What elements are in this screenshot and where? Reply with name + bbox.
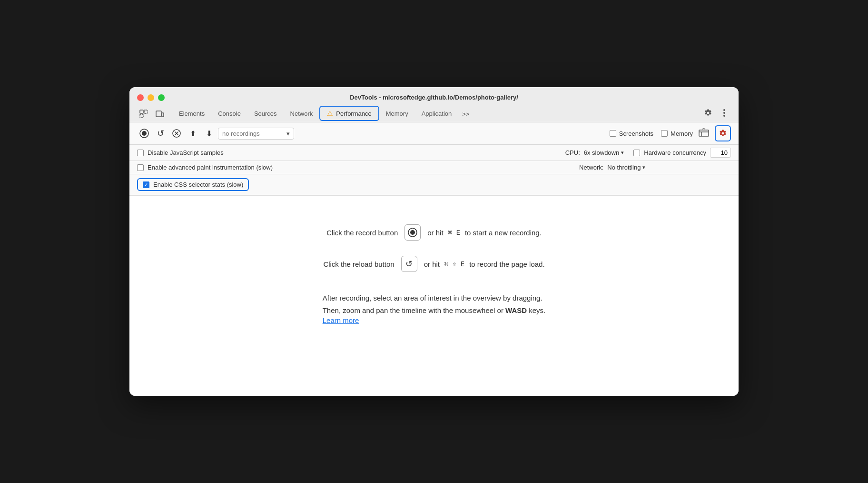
svg-point-6 [723, 112, 725, 114]
svg-rect-4 [162, 113, 164, 117]
hardware-concurrency-checkbox[interactable] [633, 150, 640, 156]
memory-checkbox-label[interactable]: Memory [661, 130, 693, 137]
devtools-settings-button[interactable] [701, 106, 715, 120]
tab-console[interactable]: Console [211, 106, 247, 122]
devtools-more-button[interactable] [718, 106, 731, 120]
instruction-4: Then, zoom and pan the timeline with the… [323, 304, 546, 317]
instruction-1-mid: or hit [427, 229, 443, 237]
titlebar: DevTools - microsoftedge.github.io/Demos… [129, 87, 739, 122]
network-dropdown[interactable]: No throttling ▾ [607, 164, 645, 171]
disable-js-samples-checkbox[interactable] [137, 150, 144, 156]
svg-rect-3 [156, 111, 161, 117]
svg-point-17 [410, 230, 415, 235]
minimize-button[interactable] [148, 94, 154, 101]
instruction-3: After recording, select an area of inter… [323, 292, 546, 304]
window-controls [137, 94, 165, 101]
enable-paint-checkbox[interactable] [137, 164, 144, 171]
options-row-1: Disable JavaScript samples CPU: 6x slowd… [129, 145, 739, 161]
network-label: Network: [579, 164, 603, 171]
load-profile-button[interactable]: ⬆ [186, 126, 200, 141]
tab-application[interactable]: Application [415, 106, 459, 122]
css-stats-row: ✓ Enable CSS selector stats (slow) [129, 174, 739, 195]
save-profile-button[interactable]: ⬇ [202, 126, 216, 141]
cpu-dropdown-arrow: ▾ [621, 150, 624, 156]
network-section: Network: No throttling ▾ [579, 164, 645, 171]
disable-js-samples-option[interactable]: Disable JavaScript samples [137, 149, 224, 156]
svg-point-9 [142, 131, 147, 136]
maximize-button[interactable] [158, 94, 165, 101]
svg-rect-2 [140, 114, 143, 118]
instruction-1-shortcut: ⌘ E [448, 229, 460, 236]
instruction-1-post: to start a new recording. [465, 229, 542, 237]
css-stats-option[interactable]: ✓ Enable CSS selector stats (slow) [137, 178, 249, 191]
tab-more[interactable]: >> [458, 107, 473, 121]
tab-settings-group [701, 106, 731, 121]
recording-selector[interactable]: no recordings ▾ [218, 128, 294, 140]
recording-dropdown-arrow: ▾ [286, 130, 290, 137]
instruction-2: Click the reload button ↺ or hit ⌘ ⇧ E t… [323, 256, 544, 272]
cpu-label: CPU: [565, 149, 580, 156]
tab-icon-group [137, 107, 167, 121]
recording-placeholder: no recordings [222, 130, 260, 137]
instruction-2-post: to record the page load. [469, 260, 544, 268]
svg-point-5 [723, 109, 725, 111]
screenshots-checkbox-label[interactable]: Screenshots [610, 130, 653, 137]
svg-rect-0 [140, 110, 143, 113]
main-content: Click the record button or hit ⌘ E to st… [129, 196, 739, 396]
instruction-1: Click the record button or hit ⌘ E to st… [326, 224, 542, 241]
performance-settings-button[interactable] [715, 125, 731, 141]
record-icon-inline [404, 224, 421, 241]
reload-icon-inline: ↺ [401, 256, 417, 272]
instruction-2-shortcut: ⌘ ⇧ E [444, 260, 464, 268]
svg-point-7 [723, 115, 725, 117]
learn-more-link[interactable]: Learn more [323, 316, 359, 324]
options-row-2: Enable advanced paint instrumentation (s… [129, 161, 739, 174]
wasd-bold: WASD [505, 306, 527, 314]
hardware-section: Hardware concurrency [633, 148, 731, 158]
inspect-icon-button[interactable] [137, 107, 150, 121]
svg-rect-1 [144, 110, 148, 113]
performance-toolbar: ↺ ⬆ ⬇ no recordings ▾ Screenshots Me [129, 122, 739, 145]
tab-bar: Elements Console Sources Network ⚠ Perfo… [137, 106, 731, 122]
svg-rect-13 [699, 130, 709, 136]
heap-icon [699, 128, 709, 139]
memory-checkbox[interactable] [661, 130, 668, 137]
reload-button[interactable]: ↺ [153, 126, 168, 141]
hardware-concurrency-input[interactable] [710, 148, 731, 158]
enable-paint-option[interactable]: Enable advanced paint instrumentation (s… [137, 164, 273, 171]
instruction-block: After recording, select an area of inter… [323, 292, 546, 325]
tab-sources[interactable]: Sources [247, 106, 284, 122]
screenshots-checkbox[interactable] [610, 130, 616, 137]
window-title: DevTools - microsoftedge.github.io/Demos… [350, 94, 518, 101]
clear-button[interactable] [169, 126, 184, 141]
css-stats-checkbox[interactable]: ✓ [143, 181, 149, 188]
close-button[interactable] [137, 94, 144, 101]
warning-icon: ⚠ [327, 110, 333, 117]
tab-elements[interactable]: Elements [172, 106, 211, 122]
tab-network[interactable]: Network [284, 106, 320, 122]
tab-performance[interactable]: ⚠ Performance [319, 106, 379, 121]
instruction-2-mid: or hit [424, 260, 440, 268]
cpu-section: CPU: 6x slowdown ▾ [565, 149, 624, 156]
devtools-window: DevTools - microsoftedge.github.io/Demos… [129, 87, 739, 396]
tab-memory[interactable]: Memory [379, 106, 415, 122]
record-button[interactable] [137, 126, 151, 141]
cpu-dropdown[interactable]: 6x slowdown ▾ [584, 149, 624, 156]
instruction-1-pre: Click the record button [326, 229, 398, 237]
instruction-2-pre: Click the reload button [323, 260, 394, 268]
network-dropdown-arrow: ▾ [642, 164, 645, 171]
device-toolbar-button[interactable] [153, 107, 167, 121]
